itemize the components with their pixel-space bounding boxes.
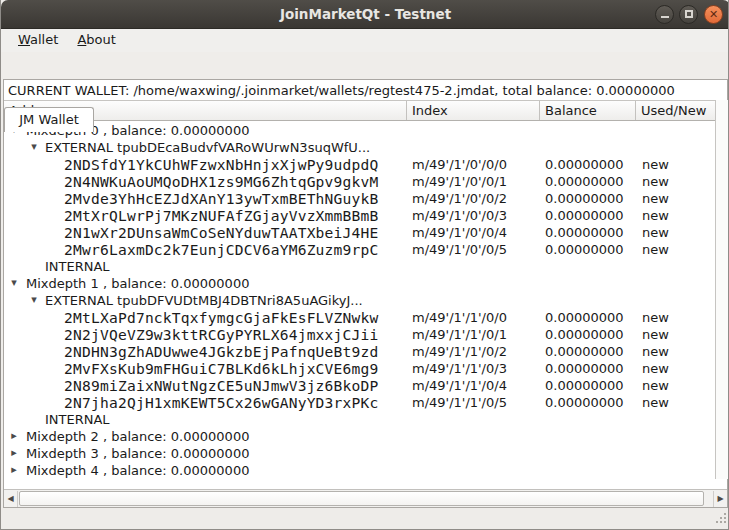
tree-cell-status: new: [636, 377, 715, 394]
tree-row[interactable]: ▸Mixdepth 2 , balance: 0.00000000: [4, 428, 715, 445]
tree-cell-status: new: [636, 326, 715, 343]
tree-row-address[interactable]: 2NDHN3gZhADUwwe4JGkzbEjPafnqUeBt9zdm/49'…: [4, 343, 715, 360]
tree-cell-balance: 0.00000000: [540, 326, 636, 343]
tab-jm-wallet[interactable]: JM Wallet: [4, 107, 94, 132]
tree-cell-address: 2MvFXsKub9mFHGuiC7BLKd6kLhjxCVE6mg9: [4, 360, 407, 377]
tree-cell-address: 2NDSfdY1YkCUhWFzwxNbHnjxXjwPy9udpdQ: [4, 156, 407, 173]
tree-row-label: Mixdepth 4 , balance: 0.00000000: [26, 462, 249, 479]
tree-row[interactable]: ▾Mixdepth 1 , balance: 0.00000000: [4, 275, 715, 292]
tree-row-label: Mixdepth 1 , balance: 0.00000000: [26, 275, 249, 292]
tree-cell-index: m/49'/1'/1'/0/0: [407, 309, 540, 326]
tree-cell-status: new: [636, 156, 715, 173]
tree-row-address[interactable]: 2MtXrQLwrPj7MKzNUFAfZGjayVvzXmmBBmBm/49'…: [4, 207, 715, 224]
tree-cell-index: m/49'/1'/1'/0/3: [407, 360, 540, 377]
tree-cell-address: 2N7jha2QjH1xmKEWT5Cx26wGANyYD3rxPKc: [4, 394, 407, 411]
tree-cell-index: m/49'/1'/1'/0/5: [407, 394, 540, 411]
tree-cell-balance: 0.00000000: [540, 241, 636, 258]
expand-arrow-icon[interactable]: ▸: [8, 428, 20, 444]
tree-row[interactable]: ▾EXTERNAL tpubDFVUDtMBJ4DBTNri8A5uAGikyJ…: [4, 292, 715, 309]
tree-row-label: 2MtLXaPd7nckTqxfymgcGjaFkEsFLVZNwkw: [64, 309, 379, 326]
tree-cell-address: 2MtLXaPd7nckTqxfymgcGjaFkEsFLVZNwkw: [4, 309, 407, 326]
tree-cell-address: 2N89miZaixNWutNgzCE5uNJmwV3jz6BkoDP: [4, 377, 407, 394]
tree-row-address[interactable]: 2N89miZaixNWutNgzCE5uNJmwV3jz6BkoDPm/49'…: [4, 377, 715, 394]
horizontal-scrollbar[interactable]: ◀ ▶: [4, 489, 727, 507]
minimize-icon: [661, 16, 669, 18]
tree-cell-balance: 0.00000000: [540, 360, 636, 377]
tree-cell-address: ▸Mixdepth 2 , balance: 0.00000000: [4, 428, 407, 445]
tree-row-label: 2N1wXr2DUnsaWmCoSeNYduwTAATXbeiJ4HE: [64, 224, 379, 241]
tree-row[interactable]: INTERNAL: [4, 258, 715, 275]
tree-cell-address: 2N4NWKuAoUMQoDHX1zs9MG6ZhtqGpv9gkvM: [4, 173, 407, 190]
tree-row-address[interactable]: 2Mwr6LaxmDc2k7EunjCDCV6aYM6Zuzm9rpCm/49'…: [4, 241, 715, 258]
tree-cell-balance: 0.00000000: [540, 173, 636, 190]
tree-row-address[interactable]: 2N4NWKuAoUMQoDHX1zs9MG6ZhtqGpv9gkvMm/49'…: [4, 173, 715, 190]
close-icon: ✕: [705, 6, 722, 23]
menu-wallet[interactable]: Wallet: [11, 29, 65, 52]
tree-row-label: 2NDHN3gZhADUwwe4JGkzbEjPafnqUeBt9zd: [64, 343, 379, 360]
menu-about[interactable]: About: [70, 29, 122, 52]
header-used-new[interactable]: Used/New: [636, 101, 715, 120]
tree-row[interactable]: ▾EXTERNAL tpubDEcaBudvfVARoWUrwN3suqWfU.…: [4, 139, 715, 156]
tree-cell-status: new: [636, 360, 715, 377]
close-button[interactable]: ✕: [704, 5, 723, 24]
expand-arrow-icon[interactable]: ▸: [8, 445, 20, 461]
tree-cell-balance: 0.00000000: [540, 207, 636, 224]
tree-row-address[interactable]: 2Mvde3YhHcEZJdXAnY13ywTxmBEThNGuykBm/49'…: [4, 190, 715, 207]
header-balance[interactable]: Balance: [540, 101, 636, 120]
tree-cell-address: 2N2jVQeVZ9w3kttRCGyPYRLX64jmxxjCJii: [4, 326, 407, 343]
tree-cell-address: ▾EXTERNAL tpubDFVUDtMBJ4DBTNri8A5uAGikyJ…: [4, 292, 407, 309]
tree-cell-balance: 0.00000000: [540, 377, 636, 394]
tree-row-address[interactable]: 2N2jVQeVZ9w3kttRCGyPYRLX64jmxxjCJiim/49'…: [4, 326, 715, 343]
tree-header: Address Index Balance Used/New: [4, 100, 715, 121]
tree-cell-index: m/49'/1'/0'/0/2: [407, 190, 540, 207]
collapse-arrow-icon[interactable]: ▾: [8, 275, 20, 291]
tree-cell-address: 2Mwr6LaxmDc2k7EunjCDCV6aYM6Zuzm9rpC: [4, 241, 407, 258]
maximize-button[interactable]: [679, 5, 698, 24]
collapse-arrow-icon[interactable]: ▾: [28, 139, 40, 155]
scroll-left-icon[interactable]: ◀: [4, 491, 18, 507]
tree-cell-address: 2MtXrQLwrPj7MKzNUFAfZGjayVvzXmmBBmB: [4, 207, 407, 224]
resize-grip[interactable]: [712, 511, 727, 526]
tree-row-address[interactable]: 2NDSfdY1YkCUhWFzwxNbHnjxXjwPy9udpdQm/49'…: [4, 156, 715, 173]
tree-cell-balance: 0.00000000: [540, 394, 636, 411]
maximize-icon: [685, 10, 693, 18]
tree-row-label: 2N2jVQeVZ9w3kttRCGyPYRLX64jmxxjCJii: [64, 326, 379, 343]
current-wallet-banner: CURRENT WALLET: /home/waxwing/.joinmarke…: [8, 81, 725, 100]
tree-cell-balance: 0.00000000: [540, 224, 636, 241]
tree-cell-status: new: [636, 309, 715, 326]
tree-row-address[interactable]: 2MtLXaPd7nckTqxfymgcGjaFkEsFLVZNwkwm/49'…: [4, 309, 715, 326]
tree-cell-address: 2Mvde3YhHcEZJdXAnY13ywTxmBEThNGuykB: [4, 190, 407, 207]
tree-cell-address: INTERNAL: [4, 258, 407, 275]
tree-row[interactable]: ▾Mixdepth 0 , balance: 0.00000000: [4, 122, 715, 139]
tree-cell-address: ▾Mixdepth 1 , balance: 0.00000000: [4, 275, 407, 292]
header-index[interactable]: Index: [407, 101, 540, 120]
tree-row-label: 2NDSfdY1YkCUhWFzwxNbHnjxXjwPy9udpdQ: [64, 156, 379, 173]
vertical-scrollbar[interactable]: [715, 100, 728, 479]
tree-row-label: EXTERNAL tpubDFVUDtMBJ4DBTNri8A5uAGikyJ.…: [45, 292, 363, 309]
horizontal-scrollbar-thumb[interactable]: [19, 491, 704, 506]
tree-cell-index: m/49'/1'/0'/0/1: [407, 173, 540, 190]
minimize-button[interactable]: [655, 5, 674, 24]
tree-cell-status: new: [636, 207, 715, 224]
tree-row-address[interactable]: 2MvFXsKub9mFHGuiC7BLKd6kLhjxCVE6mg9m/49'…: [4, 360, 715, 377]
tree-cell-address: ▸Mixdepth 4 , balance: 0.00000000: [4, 462, 407, 479]
tree-row[interactable]: ▸Mixdepth 3 , balance: 0.00000000: [4, 445, 715, 462]
tree-row[interactable]: INTERNAL: [4, 411, 715, 428]
tree-cell-address: 2NDHN3gZhADUwwe4JGkzbEjPafnqUeBt9zd: [4, 343, 407, 360]
tree-row-address[interactable]: 2N1wXr2DUnsaWmCoSeNYduwTAATXbeiJ4HEm/49'…: [4, 224, 715, 241]
tree-cell-index: m/49'/1'/0'/0/4: [407, 224, 540, 241]
tree-row-label: 2MtXrQLwrPj7MKzNUFAfZGjayVvzXmmBBmB: [64, 207, 379, 224]
collapse-arrow-icon[interactable]: ▾: [28, 292, 40, 308]
tree-row-address[interactable]: 2N7jha2QjH1xmKEWT5Cx26wGANyYD3rxPKcm/49'…: [4, 394, 715, 411]
title-bar[interactable]: JoinMarketQt - Testnet ✕: [1, 0, 729, 29]
tree-row-label: 2MvFXsKub9mFHGuiC7BLKd6kLhjxCVE6mg9: [64, 360, 379, 377]
scroll-right-icon[interactable]: ▶: [713, 491, 727, 507]
tree-cell-status: new: [636, 343, 715, 360]
tree-cell-status: new: [636, 224, 715, 241]
tree-cell-index: m/49'/1'/1'/0/1: [407, 326, 540, 343]
tree-row[interactable]: ▸Mixdepth 4 , balance: 0.00000000: [4, 462, 715, 479]
expand-arrow-icon[interactable]: ▸: [8, 462, 20, 478]
tree-row-label: 2Mwr6LaxmDc2k7EunjCDCV6aYM6Zuzm9rpC: [64, 241, 379, 258]
tree-row-label: EXTERNAL tpubDEcaBudvfVARoWUrwN3suqWfU..…: [45, 139, 370, 156]
tree-cell-index: m/49'/1'/0'/0/0: [407, 156, 540, 173]
